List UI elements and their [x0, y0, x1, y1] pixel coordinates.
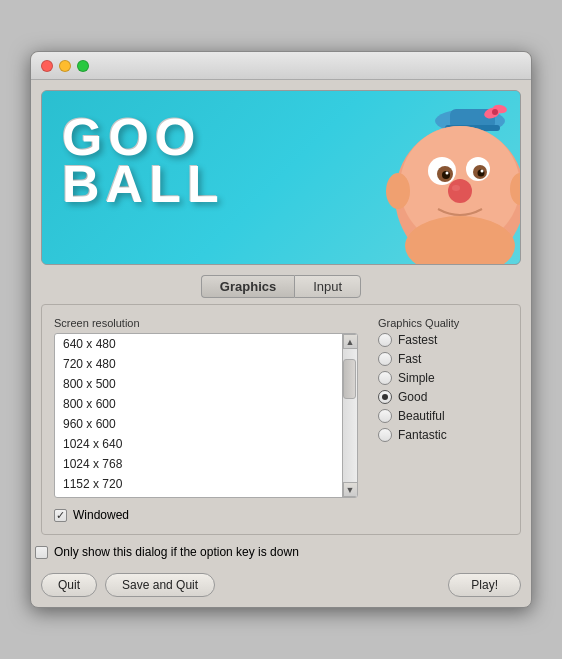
radio-simple[interactable]: Simple [378, 371, 508, 385]
maximize-button[interactable] [77, 60, 89, 72]
titlebar [31, 52, 531, 80]
resolution-label: Screen resolution [54, 317, 358, 329]
scrollbar[interactable]: ▲ ▼ [342, 334, 357, 497]
radio-label-fastest: Fastest [398, 333, 437, 347]
radio-label-simple: Simple [398, 371, 435, 385]
svg-point-14 [446, 172, 449, 175]
scroll-up-arrow[interactable]: ▲ [343, 334, 358, 349]
traffic-lights [41, 60, 89, 72]
logo-letter-l: L [149, 158, 183, 210]
radio-circle-beautiful [378, 409, 392, 423]
list-item[interactable]: 1152 x 720 [55, 474, 342, 494]
option-label: Only show this dialog if the option key … [54, 545, 299, 559]
radio-dot-good [382, 394, 388, 400]
windowed-row: ✓ Windowed [54, 508, 358, 522]
resolution-column: Screen resolution 640 x 480 720 x 480 80… [54, 317, 358, 522]
list-item[interactable]: 720 x 480 [55, 354, 342, 374]
game-logo: G O O B A L L [62, 111, 221, 210]
list-item[interactable]: 960 x 600 [55, 414, 342, 434]
left-buttons: Quit Save and Quit [41, 573, 215, 597]
radio-circle-fantastic [378, 428, 392, 442]
resolution-listbox[interactable]: 640 x 480 720 x 480 800 x 500 800 x 600 … [54, 333, 358, 498]
list-item[interactable]: 800 x 500 [55, 374, 342, 394]
tab-graphics[interactable]: Graphics [201, 275, 294, 298]
minimize-button[interactable] [59, 60, 71, 72]
banner: G O O B A L L [41, 90, 521, 265]
columns-layout: Screen resolution 640 x 480 720 x 480 80… [54, 317, 508, 522]
save-quit-button[interactable]: Save and Quit [105, 573, 215, 597]
radio-circle-good [378, 390, 392, 404]
svg-point-17 [452, 185, 460, 191]
radio-label-beautiful: Beautiful [398, 409, 445, 423]
logo-letter-l2: L [187, 158, 221, 210]
windowed-checkbox[interactable]: ✓ [54, 509, 67, 522]
list-item[interactable]: 1024 x 768 [55, 454, 342, 474]
play-button[interactable]: Play! [448, 573, 521, 597]
option-checkbox[interactable] [35, 546, 48, 559]
option-row: Only show this dialog if the option key … [31, 545, 531, 559]
tabs-container: Graphics Input [31, 275, 531, 298]
logo-letter-b: B [62, 158, 102, 210]
logo-letter-a: A [106, 158, 146, 210]
content-panel: Screen resolution 640 x 480 720 x 480 80… [41, 304, 521, 535]
quality-radio-group: Fastest Fast Simple Good [378, 333, 508, 442]
radio-circle-fast [378, 352, 392, 366]
scroll-track[interactable] [343, 349, 357, 482]
radio-circle-simple [378, 371, 392, 385]
main-window: G O O B A L L [30, 51, 532, 608]
scroll-thumb[interactable] [343, 359, 356, 399]
radio-label-good: Good [398, 390, 427, 404]
buttons-row: Quit Save and Quit Play! [31, 569, 531, 607]
windowed-label: Windowed [73, 508, 129, 522]
radio-circle-fastest [378, 333, 392, 347]
resolution-list-items: 640 x 480 720 x 480 800 x 500 800 x 600 … [55, 334, 342, 497]
tab-input[interactable]: Input [294, 275, 361, 298]
radio-good[interactable]: Good [378, 390, 508, 404]
quality-column: Graphics Quality Fastest Fast Simple [378, 317, 508, 522]
radio-fast[interactable]: Fast [378, 352, 508, 366]
radio-fastest[interactable]: Fastest [378, 333, 508, 347]
svg-point-18 [386, 173, 410, 209]
svg-point-16 [448, 179, 472, 203]
radio-label-fast: Fast [398, 352, 421, 366]
banner-background: G O O B A L L [42, 91, 520, 264]
radio-beautiful[interactable]: Beautiful [378, 409, 508, 423]
svg-point-5 [492, 109, 498, 115]
quality-label: Graphics Quality [378, 317, 508, 329]
svg-point-15 [481, 170, 484, 173]
list-item[interactable]: 800 x 600 [55, 394, 342, 414]
scroll-down-arrow[interactable]: ▼ [343, 482, 358, 497]
list-item[interactable]: 640 x 480 [55, 334, 342, 354]
radio-fantastic[interactable]: Fantastic [378, 428, 508, 442]
close-button[interactable] [41, 60, 53, 72]
quit-button[interactable]: Quit [41, 573, 97, 597]
radio-label-fantastic: Fantastic [398, 428, 447, 442]
character-illustration [330, 91, 521, 265]
list-item[interactable]: 1024 x 640 [55, 434, 342, 454]
